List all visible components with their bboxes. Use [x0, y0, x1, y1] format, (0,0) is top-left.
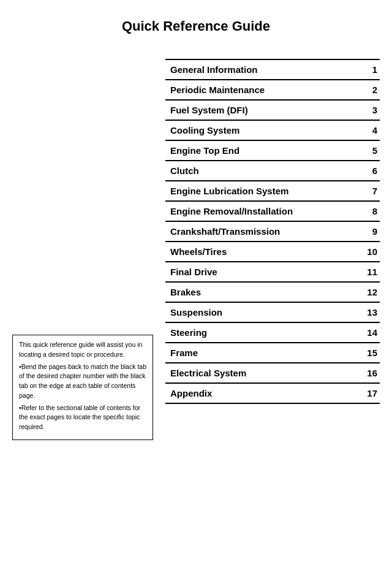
- table-row: Electrical System16: [165, 363, 380, 383]
- chapter-number: 6: [355, 161, 380, 181]
- table-row: Crankshaft/Transmission9: [165, 221, 380, 242]
- note-line-3: •Refer to the sectional table of content…: [19, 403, 146, 432]
- table-row: Engine Removal/Installation8: [165, 201, 380, 221]
- note-line-2: •Bend the pages back to match the black …: [19, 362, 146, 401]
- chapter-number: 13: [355, 302, 380, 322]
- chapter-number: 3: [355, 100, 380, 120]
- toc-panel: General Information1Periodic Maintenance…: [165, 59, 380, 404]
- chapter-number: 15: [355, 343, 380, 363]
- note-box: This quick reference guide will assist y…: [12, 335, 153, 440]
- chapter-number: 5: [355, 140, 380, 161]
- chapter-label: Frame: [165, 343, 355, 363]
- chapter-number: 7: [355, 181, 380, 201]
- table-row: Fuel System (DFI)3: [165, 100, 380, 120]
- chapter-number: 10: [355, 242, 380, 262]
- chapter-number: 16: [355, 363, 380, 383]
- chapter-label: Appendix: [165, 383, 355, 403]
- chapter-label: Cooling System: [165, 120, 355, 140]
- chapter-label: Clutch: [165, 161, 355, 181]
- table-row: Wheels/Tires10: [165, 242, 380, 262]
- table-row: Appendix17: [165, 383, 380, 403]
- page-title: Quick Reference Guide: [0, 0, 392, 59]
- chapter-label: Brakes: [165, 282, 355, 302]
- table-row: Periodic Maintenance2: [165, 80, 380, 100]
- chapter-number: 12: [355, 282, 380, 302]
- table-row: Engine Top End5: [165, 140, 380, 161]
- chapter-number: 14: [355, 322, 380, 343]
- chapter-label: Fuel System (DFI): [165, 100, 355, 120]
- table-row: Frame15: [165, 343, 380, 363]
- chapter-number: 9: [355, 221, 380, 242]
- table-row: Engine Lubrication System7: [165, 181, 380, 201]
- chapter-label: Crankshaft/Transmission: [165, 221, 355, 242]
- chapter-number: 11: [355, 262, 380, 282]
- chapter-label: Engine Top End: [165, 140, 355, 161]
- table-row: Brakes12: [165, 282, 380, 302]
- table-row: Clutch6: [165, 161, 380, 181]
- chapter-number: 2: [355, 80, 380, 100]
- toc-table: General Information1Periodic Maintenance…: [165, 59, 380, 404]
- chapter-number: 1: [355, 59, 380, 80]
- left-panel: This quick reference guide will assist y…: [12, 335, 153, 440]
- table-row: Cooling System4: [165, 120, 380, 140]
- table-row: Steering14: [165, 322, 380, 343]
- chapter-label: Suspension: [165, 302, 355, 322]
- chapter-label: Engine Removal/Installation: [165, 201, 355, 221]
- chapter-number: 4: [355, 120, 380, 140]
- table-row: Suspension13: [165, 302, 380, 322]
- chapter-label: Periodic Maintenance: [165, 80, 355, 100]
- chapter-number: 17: [355, 383, 380, 403]
- chapter-number: 8: [355, 201, 380, 221]
- table-row: General Information1: [165, 59, 380, 80]
- chapter-label: Steering: [165, 322, 355, 343]
- chapter-label: Wheels/Tires: [165, 242, 355, 262]
- note-line-1: This quick reference guide will assist y…: [19, 340, 146, 360]
- chapter-label: Electrical System: [165, 363, 355, 383]
- table-row: Final Drive11: [165, 262, 380, 282]
- chapter-label: Final Drive: [165, 262, 355, 282]
- chapter-label: Engine Lubrication System: [165, 181, 355, 201]
- chapter-label: General Information: [165, 59, 355, 80]
